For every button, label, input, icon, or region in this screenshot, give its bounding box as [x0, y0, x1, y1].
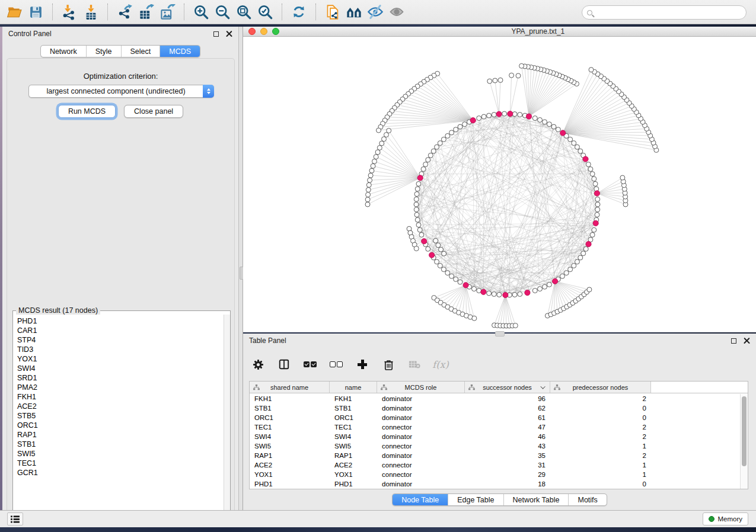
graph-node[interactable]: [369, 168, 374, 173]
graph-node[interactable]: [449, 130, 454, 135]
graph-dominator-node[interactable]: [496, 111, 502, 117]
graph-node[interactable]: [512, 292, 517, 297]
table-row[interactable]: SWI4SWI4dominator462: [250, 432, 740, 441]
graph-node[interactable]: [547, 122, 551, 127]
export-image-button[interactable]: [157, 1, 178, 23]
close-panel-button[interactable]: Close panel: [124, 105, 183, 118]
graph-node[interactable]: [472, 316, 477, 321]
export-table-button[interactable]: [135, 1, 157, 23]
graph-node[interactable]: [568, 137, 573, 142]
export-network-button[interactable]: [114, 1, 135, 23]
table-row[interactable]: TEC1TEC1connector472: [250, 422, 740, 432]
graph-node[interactable]: [368, 173, 373, 178]
graph-node[interactable]: [419, 232, 424, 237]
column-header-shared-name[interactable]: shared name: [250, 382, 330, 393]
graph-node[interactable]: [375, 150, 380, 155]
graph-node[interactable]: [560, 274, 564, 278]
table-row[interactable]: ORC1ORC1dominator610: [250, 413, 740, 422]
graph-node[interactable]: [426, 158, 430, 162]
graph-node[interactable]: [377, 145, 382, 150]
graph-node[interactable]: [595, 202, 600, 207]
cell-name[interactable]: FKH1: [330, 395, 377, 402]
mcds-result-item[interactable]: TID3: [17, 345, 224, 354]
mcds-result-item[interactable]: CAR1: [17, 326, 224, 335]
delete-rows-button[interactable]: [379, 354, 397, 374]
graph-dominator-node[interactable]: [481, 289, 486, 294]
graph-node[interactable]: [368, 178, 372, 182]
cell-predecessor-nodes[interactable]: 2: [550, 433, 651, 440]
graph-node[interactable]: [595, 212, 599, 217]
graph-node[interactable]: [587, 287, 592, 292]
cell-shared-name[interactable]: ORC1: [250, 414, 330, 421]
graph-node[interactable]: [441, 267, 446, 272]
graph-node[interactable]: [590, 172, 595, 177]
graph-node[interactable]: [572, 263, 576, 268]
graph-node[interactable]: [458, 124, 462, 129]
mcds-result-item[interactable]: STB5: [17, 411, 224, 421]
graph-node[interactable]: [518, 291, 522, 296]
graph-dominator-node[interactable]: [422, 239, 427, 244]
graph-node[interactable]: [374, 155, 378, 159]
cell-name[interactable]: SWI5: [330, 443, 377, 450]
mcds-result-item[interactable]: RAP1: [17, 430, 224, 440]
graph-node[interactable]: [568, 267, 573, 272]
graph-node[interactable]: [551, 124, 556, 129]
cell-successor-nodes[interactable]: 18: [465, 480, 550, 488]
graph-node[interactable]: [384, 133, 388, 137]
cell-shared-name[interactable]: STB1: [250, 405, 330, 412]
graph-node[interactable]: [547, 282, 551, 287]
graph-node[interactable]: [586, 162, 591, 166]
graph-node[interactable]: [487, 291, 492, 296]
table-row[interactable]: YOX1YOX1connector291: [250, 470, 740, 479]
graph-node[interactable]: [445, 133, 450, 138]
cell-name[interactable]: YOX1: [330, 471, 377, 478]
cell-MCDS-role[interactable]: connector: [377, 462, 465, 469]
cell-name[interactable]: ACE2: [330, 462, 377, 469]
cell-name[interactable]: PHD1: [330, 480, 377, 488]
cell-successor-nodes[interactable]: 96: [465, 395, 550, 402]
graph-node[interactable]: [462, 122, 467, 127]
graph-node[interactable]: [439, 247, 444, 252]
cell-shared-name[interactable]: YOX1: [250, 471, 330, 478]
mcds-result-item[interactable]: SWI4: [17, 364, 224, 373]
cell-name[interactable]: ORC1: [330, 414, 377, 421]
graph-node[interactable]: [414, 192, 419, 197]
graph-node[interactable]: [532, 116, 537, 120]
graph-dominator-node[interactable]: [586, 241, 591, 246]
graph-dominator-node[interactable]: [503, 292, 508, 297]
graph-node[interactable]: [372, 159, 377, 164]
column-header-successor-nodes[interactable]: successor nodes: [465, 382, 550, 393]
graph-node[interactable]: [583, 246, 588, 251]
tab-style[interactable]: Style: [86, 46, 121, 57]
column-header-MCDS-role[interactable]: MCDS role: [377, 382, 465, 393]
save-session-button[interactable]: [25, 1, 46, 23]
graph-node[interactable]: [431, 149, 436, 153]
import-network-button[interactable]: [59, 1, 80, 23]
graph-node[interactable]: [592, 177, 596, 181]
vertical-splitter[interactable]: [239, 27, 243, 510]
graph-node[interactable]: [593, 181, 598, 186]
graph-node[interactable]: [426, 246, 430, 251]
graph-node[interactable]: [442, 251, 446, 256]
graph-node[interactable]: [371, 164, 375, 168]
graph-node[interactable]: [477, 116, 481, 120]
graph-node[interactable]: [589, 68, 594, 72]
cell-successor-nodes[interactable]: 61: [465, 414, 550, 421]
graph-node[interactable]: [421, 166, 426, 171]
graph-dominator-node[interactable]: [463, 283, 468, 288]
column-header-name[interactable]: name: [330, 382, 377, 393]
cell-MCDS-role[interactable]: dominator: [377, 405, 465, 412]
cell-shared-name[interactable]: TEC1: [250, 424, 330, 431]
graph-node[interactable]: [497, 292, 502, 297]
graph-node[interactable]: [588, 166, 593, 171]
graph-node[interactable]: [428, 153, 433, 158]
cell-predecessor-nodes[interactable]: 2: [550, 452, 651, 459]
graph-node[interactable]: [498, 78, 503, 82]
graph-node[interactable]: [578, 255, 583, 260]
cell-MCDS-role[interactable]: dominator: [377, 395, 465, 402]
mcds-result-item[interactable]: STB1: [17, 440, 224, 449]
network-canvas[interactable]: [243, 37, 756, 332]
close-window-button[interactable]: [248, 28, 256, 35]
float-table-panel-button[interactable]: [731, 338, 736, 344]
graph-node[interactable]: [590, 232, 595, 237]
